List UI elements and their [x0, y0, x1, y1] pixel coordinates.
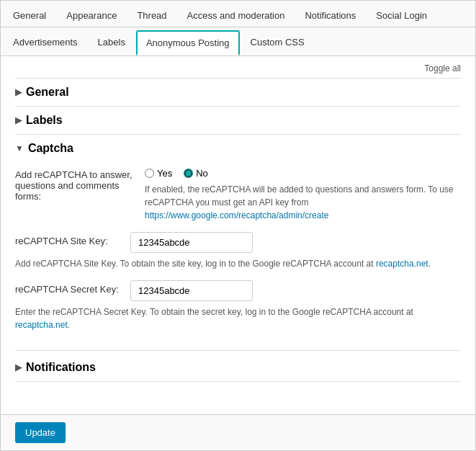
general-section-header[interactable]: General — [15, 80, 461, 104]
captcha-yes-option[interactable]: Yes — [145, 168, 172, 179]
secret-key-link[interactable]: recaptcha.net — [15, 320, 68, 330]
tab-custom-css[interactable]: Custom CSS — [241, 30, 314, 55]
toggle-all[interactable]: Toggle all — [15, 63, 461, 73]
general-divider — [15, 78, 461, 79]
captcha-section-label: Captcha — [28, 142, 73, 155]
captcha-yes-label: Yes — [157, 168, 172, 179]
tab-access-moderation[interactable]: Access and moderation — [178, 4, 295, 27]
secret-key-desc-text: Enter the reCAPTCHA Secret Key. To obtai… — [15, 307, 413, 317]
general-section-label: General — [26, 86, 69, 99]
captcha-form: Add reCAPTCHA to answer, questions and c… — [15, 161, 461, 349]
tab-row-2: Advertisements Labels Anonymous Posting … — [1, 27, 475, 56]
tab-thread[interactable]: Thread — [127, 4, 176, 27]
site-key-link[interactable]: recaptcha.net — [376, 259, 428, 269]
captcha-no-option[interactable]: No — [184, 168, 208, 179]
update-button[interactable]: Update — [15, 422, 66, 443]
settings-panel: General Appearance Thread Access and mod… — [0, 0, 476, 451]
labels-arrow-icon — [15, 115, 22, 125]
secret-key-label: reCAPTCHA Secret Key: — [15, 284, 130, 295]
captcha-section-header[interactable]: Captcha — [15, 136, 461, 161]
tab-notifications[interactable]: Notifications — [295, 4, 365, 27]
general-arrow-icon — [15, 87, 22, 97]
tab-advertisements[interactable]: Advertisements — [4, 30, 87, 55]
site-key-input[interactable] — [130, 232, 253, 253]
tab-social-login[interactable]: Social Login — [367, 4, 436, 27]
notifications-divider — [15, 350, 461, 351]
captcha-enable-row: Add reCAPTCHA to answer, questions and c… — [15, 168, 461, 222]
tab-row-1: General Appearance Thread Access and mod… — [1, 1, 475, 27]
notifications-bottom-divider — [15, 381, 461, 382]
tab-general[interactable]: General — [4, 4, 55, 27]
captcha-arrow-icon — [15, 143, 24, 153]
captcha-description-text: If enabled, the reCAPTCHA will be added … — [145, 184, 454, 207]
footer-bar: Update — [1, 414, 475, 450]
captcha-enable-label: Add reCAPTCHA to answer, questions and c… — [15, 168, 145, 202]
site-key-row: reCAPTCHA Site Key: Add reCAPTCHA Site K… — [15, 232, 461, 270]
captcha-recaptcha-link[interactable]: https://www.google.com/recaptcha/admin/c… — [145, 210, 328, 220]
site-key-description: Add reCAPTCHA Site Key. To obtain the si… — [15, 257, 461, 270]
tab-labels[interactable]: Labels — [89, 30, 135, 55]
captcha-description: If enabled, the reCAPTCHA will be added … — [145, 183, 461, 222]
tab-anonymous-posting[interactable]: Anonymous Posting — [136, 30, 240, 55]
secret-key-row: reCAPTCHA Secret Key: Enter the reCAPTCH… — [15, 280, 461, 331]
secret-key-description: Enter the reCAPTCHA Secret Key. To obtai… — [15, 305, 461, 331]
site-key-inline: reCAPTCHA Site Key: — [15, 232, 461, 253]
captcha-enable-right: Yes No If enabled, the reCAPTCHA will be… — [145, 168, 461, 222]
captcha-no-label: No — [196, 168, 208, 179]
secret-key-input[interactable] — [130, 280, 253, 301]
labels-divider — [15, 106, 461, 107]
captcha-no-radio[interactable] — [184, 169, 193, 178]
notifications-section-header[interactable]: Notifications — [15, 355, 461, 380]
captcha-yes-radio[interactable] — [145, 169, 154, 178]
notifications-section-label: Notifications — [26, 361, 96, 374]
content-area: Toggle all General Labels Captcha Add re… — [1, 56, 475, 398]
site-key-desc-text: Add reCAPTCHA Site Key. To obtain the si… — [15, 259, 374, 269]
site-key-label: reCAPTCHA Site Key: — [15, 236, 130, 246]
secret-key-inline: reCAPTCHA Secret Key: — [15, 280, 461, 301]
labels-section-header[interactable]: Labels — [15, 108, 461, 133]
labels-section-label: Labels — [26, 114, 63, 127]
notifications-arrow-icon — [15, 362, 22, 372]
captcha-radio-group: Yes No — [145, 168, 461, 179]
tab-appearance[interactable]: Appearance — [57, 4, 126, 27]
captcha-divider — [15, 134, 461, 135]
